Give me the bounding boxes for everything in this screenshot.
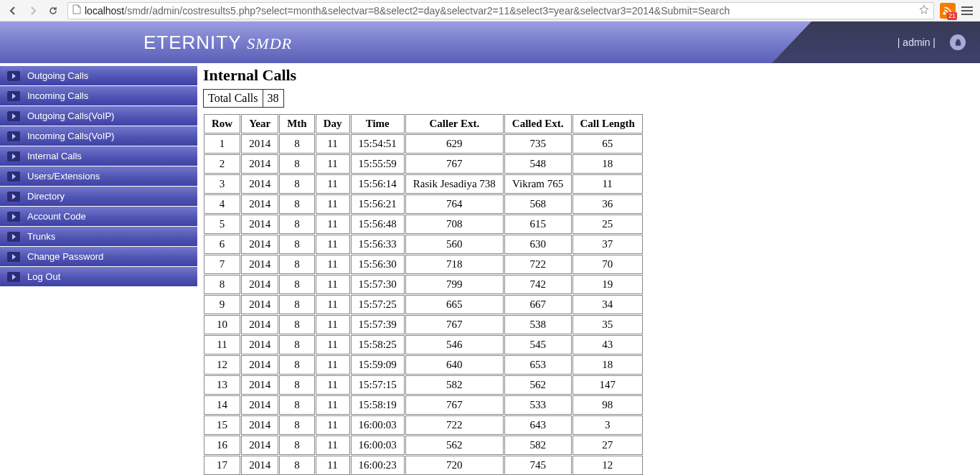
cell: 8 — [279, 194, 315, 214]
cell: 582 — [504, 436, 572, 455]
cell: 11 — [316, 375, 350, 395]
cell: 2014 — [241, 335, 278, 354]
cell: 568 — [504, 194, 572, 214]
cell: 2014 — [241, 215, 278, 234]
play-icon — [7, 171, 20, 182]
table-row: 13201481115:57:15582562147 — [204, 375, 643, 395]
cell: 147 — [573, 375, 643, 395]
cell: 615 — [504, 215, 572, 234]
cell: 11 — [316, 275, 350, 294]
content-scroll[interactable]: Internal Calls Total Calls 38 RowYearMth… — [197, 63, 980, 475]
table-row: 6201481115:56:3356063037 — [204, 235, 643, 254]
cell: 8 — [279, 335, 315, 354]
sidebar-item-incoming-calls[interactable]: Incoming Calls — [0, 86, 197, 106]
cell: 37 — [573, 235, 643, 254]
cell: 16:00:03 — [351, 436, 405, 455]
cell: 545 — [504, 335, 572, 354]
cell: 34 — [573, 295, 643, 314]
address-bar[interactable]: localhost/smdr/admin/costresults5.php?se… — [67, 2, 934, 19]
sidebar-item-outgoing-calls-voip-[interactable]: Outgoing Calls(VoIP) — [0, 106, 197, 126]
cell: 2014 — [241, 295, 278, 314]
cell: 2014 — [241, 415, 278, 435]
cell: 11 — [316, 194, 350, 214]
cell: 2014 — [241, 174, 278, 194]
col-year: Year — [241, 114, 278, 133]
browser-menu-button[interactable] — [958, 2, 976, 19]
cell: 2014 — [241, 255, 278, 274]
cell: 735 — [504, 134, 572, 154]
cell: 11 — [316, 456, 350, 475]
reload-button[interactable] — [44, 2, 62, 19]
cell: 5 — [204, 215, 240, 234]
cell: 27 — [573, 436, 643, 455]
sidebar-item-outgoing-calls[interactable]: Outgoing Calls — [0, 66, 197, 86]
cell: 548 — [504, 154, 572, 174]
cell: 11 — [316, 335, 350, 354]
total-calls-label: Total Calls — [204, 90, 263, 108]
cell: 722 — [405, 415, 504, 435]
cell: 11 — [316, 315, 350, 334]
sidebar-item-label: Account Code — [27, 211, 86, 222]
sidebar-item-change-password[interactable]: Change Password — [0, 247, 197, 267]
total-calls-value: 38 — [263, 90, 283, 108]
cell: 546 — [405, 335, 504, 354]
col-day: Day — [316, 114, 350, 133]
cell: 35 — [573, 315, 643, 334]
cell: 2014 — [241, 134, 278, 154]
rss-icon[interactable]: 21 — [940, 3, 956, 19]
admin-link[interactable]: | admin | — [897, 37, 936, 48]
cell: 11 — [316, 134, 350, 154]
play-icon — [7, 212, 20, 222]
total-calls-table: Total Calls 38 — [203, 89, 284, 108]
rss-badge: 21 — [947, 12, 957, 20]
cell: 767 — [405, 395, 504, 415]
cell: 2014 — [241, 395, 278, 415]
table-row: 15201481116:00:037226433 — [204, 415, 643, 435]
play-icon — [7, 71, 20, 81]
table-row: 16201481116:00:0356258227 — [204, 436, 643, 455]
lock-icon[interactable] — [950, 34, 966, 50]
cell: 16:00:03 — [351, 415, 405, 435]
cell: 11 — [204, 335, 240, 354]
sidebar-item-label: Incoming Calls(VoIP) — [27, 131, 114, 141]
sidebar-item-label: Log Out — [27, 271, 60, 282]
sidebar-item-users-extensions[interactable]: Users/Extensions — [0, 166, 197, 187]
cell: 708 — [405, 215, 504, 234]
cell: 1 — [204, 134, 240, 154]
sidebar-item-directory[interactable]: Directory — [0, 187, 197, 207]
calls-table: RowYearMthDayTimeCaller Ext.Called Ext.C… — [203, 113, 644, 475]
cell: 8 — [279, 275, 315, 294]
cell: 43 — [573, 335, 643, 354]
cell: 15:57:15 — [351, 375, 405, 395]
table-row: 2201481115:55:5976754818 — [204, 154, 643, 174]
cell: 8 — [279, 255, 315, 274]
cell: 653 — [504, 355, 572, 375]
cell: 25 — [573, 215, 643, 234]
url-text: localhost/smdr/admin/costresults5.php?se… — [85, 5, 730, 17]
sidebar-item-trunks[interactable]: Trunks — [0, 227, 197, 247]
cell: 718 — [405, 255, 504, 274]
sidebar-item-log-out[interactable]: Log Out — [0, 267, 197, 287]
forward-button[interactable] — [24, 2, 42, 19]
cell: 8 — [279, 436, 315, 455]
sidebar-item-account-code[interactable]: Account Code — [0, 207, 197, 227]
table-row: 9201481115:57:2566566734 — [204, 295, 643, 314]
cell: 720 — [405, 456, 504, 475]
cell: 8 — [279, 295, 315, 314]
table-row: 1201481115:54:5162973565 — [204, 134, 643, 154]
cell: 665 — [405, 295, 504, 314]
play-icon — [7, 232, 20, 242]
bookmark-star-icon[interactable] — [919, 4, 929, 17]
sidebar-item-incoming-calls-voip-[interactable]: Incoming Calls(VoIP) — [0, 126, 197, 146]
cell: 18 — [573, 154, 643, 174]
cell: 65 — [573, 134, 643, 154]
cell: 2014 — [241, 375, 278, 395]
table-row: 4201481115:56:2176456836 — [204, 194, 643, 214]
back-button[interactable] — [4, 2, 22, 19]
cell: 560 — [405, 235, 504, 254]
cell: 15:59:09 — [351, 355, 405, 375]
cell: 629 — [405, 134, 504, 154]
cell: 15:58:25 — [351, 335, 405, 354]
sidebar-item-internal-calls[interactable]: Internal Calls — [0, 146, 197, 166]
cell: Vikram 765 — [504, 174, 572, 194]
